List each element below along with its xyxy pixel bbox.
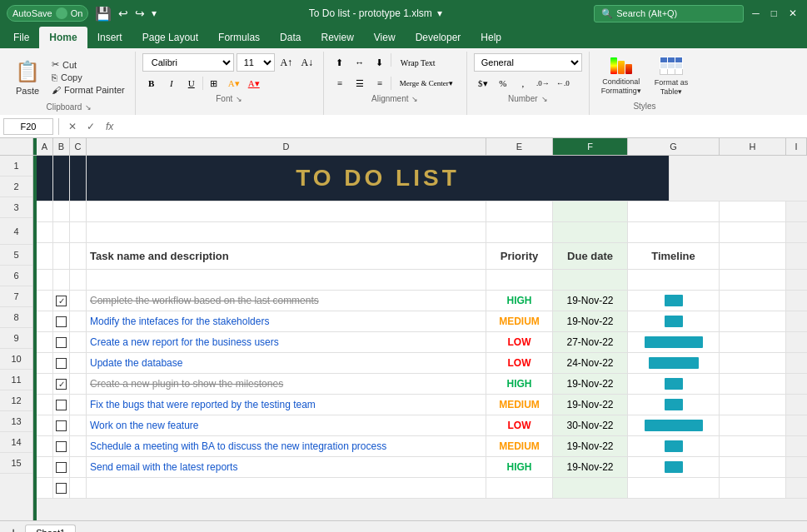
- cell-e6[interactable]: HIGH: [486, 291, 553, 311]
- checkbox-11[interactable]: [56, 400, 67, 410]
- cell-a5[interactable]: [37, 270, 53, 290]
- cell-b14[interactable]: [53, 457, 70, 477]
- window-minimize-icon[interactable]: ─: [749, 7, 763, 19]
- tab-help[interactable]: Help: [471, 27, 511, 48]
- cell-c1[interactable]: [70, 156, 87, 201]
- row-num-8[interactable]: 8: [0, 307, 32, 328]
- cell-f15[interactable]: [553, 478, 628, 498]
- cell-f4-header[interactable]: Due date: [553, 243, 628, 269]
- font-name-dropdown[interactable]: Calibri: [142, 53, 234, 72]
- save-icon[interactable]: 💾: [95, 6, 112, 22]
- cell-d13[interactable]: Schedule a meeting with BA to discuss th…: [87, 436, 486, 456]
- format-painter-button[interactable]: 🖌 Format Painter: [48, 84, 128, 96]
- cell-f9[interactable]: 24-Nov-22: [553, 353, 628, 373]
- cell-c12[interactable]: [70, 415, 87, 435]
- checkbox-6[interactable]: ✓: [56, 296, 67, 306]
- cell-reference-input[interactable]: [3, 118, 53, 135]
- cell-f3[interactable]: [553, 222, 628, 242]
- window-restore-icon[interactable]: □: [768, 7, 780, 19]
- font-color-button[interactable]: A▾: [245, 74, 263, 92]
- tab-view[interactable]: View: [364, 27, 406, 48]
- comma-button[interactable]: ,: [514, 74, 532, 92]
- window-close-icon[interactable]: ✕: [785, 7, 800, 19]
- cell-b2[interactable]: [53, 201, 70, 221]
- checkbox-12[interactable]: [56, 420, 67, 431]
- cell-h7[interactable]: [720, 311, 786, 331]
- row-num-15[interactable]: 15: [0, 453, 32, 474]
- cell-e8[interactable]: LOW: [486, 332, 553, 352]
- col-header-d[interactable]: D: [87, 138, 486, 155]
- cell-c6[interactable]: [70, 291, 87, 311]
- cell-d1-title[interactable]: TO DO LIST: [87, 156, 670, 201]
- cell-b4[interactable]: [53, 243, 70, 269]
- confirm-formula-button[interactable]: ✓: [82, 118, 99, 135]
- cell-d3[interactable]: [87, 222, 486, 242]
- cell-e10[interactable]: HIGH: [486, 374, 553, 394]
- merge-center-button[interactable]: Merge & Center▾: [393, 74, 460, 92]
- search-box[interactable]: 🔍 Search (Alt+Q): [594, 5, 744, 22]
- cell-d12[interactable]: Work on the new feature: [87, 415, 486, 435]
- font-size-dropdown[interactable]: 11: [237, 53, 275, 72]
- currency-button[interactable]: $▾: [474, 74, 492, 92]
- align-center-button[interactable]: ☰: [351, 74, 369, 92]
- cell-c7[interactable]: [70, 311, 87, 331]
- format-as-table-button[interactable]: Format asTable▾: [650, 53, 694, 100]
- cell-e3[interactable]: [486, 222, 553, 242]
- row-num-6[interactable]: 6: [0, 266, 32, 286]
- cell-d4-header[interactable]: Task name and description: [87, 243, 486, 269]
- cell-g11[interactable]: [628, 395, 720, 415]
- cell-a15[interactable]: [37, 478, 53, 498]
- cell-g10[interactable]: [628, 374, 720, 394]
- cell-h12[interactable]: [720, 415, 786, 435]
- checkbox-9[interactable]: [56, 358, 67, 369]
- row-num-14[interactable]: 14: [0, 432, 32, 453]
- cell-a9[interactable]: [37, 353, 53, 373]
- tab-insert[interactable]: Insert: [87, 27, 132, 48]
- cell-h11[interactable]: [720, 395, 786, 415]
- conditional-formatting-button[interactable]: ConditionalFormatting▾: [596, 54, 646, 99]
- cell-e14[interactable]: HIGH: [486, 457, 553, 477]
- cell-e12[interactable]: LOW: [486, 415, 553, 435]
- cell-h14[interactable]: [720, 457, 786, 477]
- increase-decimal-button[interactable]: .0→: [534, 74, 552, 92]
- cell-d14[interactable]: Send email with the latest reports: [87, 457, 486, 477]
- cell-g13[interactable]: [628, 436, 720, 456]
- col-header-g[interactable]: G: [628, 138, 720, 155]
- tab-formulas[interactable]: Formulas: [208, 27, 270, 48]
- cell-b13[interactable]: [53, 436, 70, 456]
- cell-c13[interactable]: [70, 436, 87, 456]
- cell-c9[interactable]: [70, 353, 87, 373]
- cell-d2[interactable]: [87, 201, 486, 221]
- cell-a7[interactable]: [37, 311, 53, 331]
- tab-home[interactable]: Home: [39, 27, 87, 48]
- cell-d6[interactable]: Complete the workflow based on the last …: [87, 291, 486, 311]
- percent-button[interactable]: %: [494, 74, 512, 92]
- cell-d7[interactable]: Modify the intefaces for the stakeholder…: [87, 311, 486, 331]
- cell-b15[interactable]: [53, 478, 70, 498]
- cell-c8[interactable]: [70, 332, 87, 352]
- cell-a1[interactable]: [37, 156, 53, 201]
- borders-button[interactable]: ⊞: [205, 74, 223, 92]
- quick-access-more[interactable]: ▾: [152, 7, 157, 19]
- cell-e11[interactable]: MEDIUM: [486, 395, 553, 415]
- row-num-7[interactable]: 7: [0, 286, 32, 307]
- cell-c10[interactable]: [70, 374, 87, 394]
- tab-data[interactable]: Data: [270, 27, 311, 48]
- cancel-formula-button[interactable]: ✕: [64, 118, 81, 135]
- cell-f10[interactable]: 19-Nov-22: [553, 374, 628, 394]
- row-num-1[interactable]: 1: [0, 156, 32, 177]
- cell-d15[interactable]: [87, 478, 486, 498]
- row-num-12[interactable]: 12: [0, 390, 32, 411]
- cell-d8[interactable]: Create a new report for the business use…: [87, 332, 486, 352]
- row-num-4[interactable]: 4: [0, 218, 32, 245]
- cell-g2[interactable]: [628, 201, 720, 221]
- cell-g15[interactable]: [628, 478, 720, 498]
- cell-f2[interactable]: [553, 201, 628, 221]
- col-header-f[interactable]: F: [553, 138, 628, 155]
- cell-f11[interactable]: 19-Nov-22: [553, 395, 628, 415]
- cell-f13[interactable]: 19-Nov-22: [553, 436, 628, 456]
- autosave-toggle[interactable]: AutoSave On: [7, 5, 88, 22]
- undo-icon[interactable]: ↩: [118, 7, 128, 20]
- row-num-3[interactable]: 3: [0, 197, 32, 218]
- align-left-button[interactable]: ≡: [331, 74, 349, 92]
